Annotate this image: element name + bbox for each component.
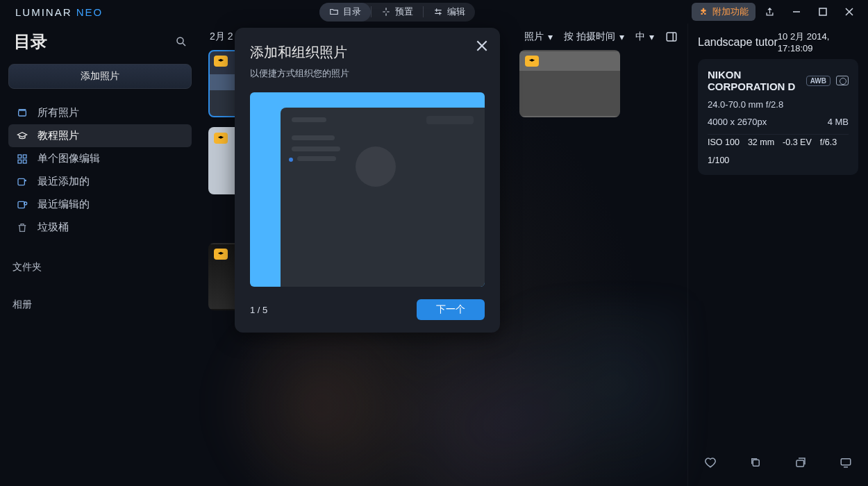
- trash-icon: [17, 222, 29, 233]
- svg-rect-0: [819, 8, 826, 15]
- stack-icon: [794, 456, 807, 469]
- add-photo-button[interactable]: 添加照片: [8, 64, 192, 89]
- recent-add-icon: [17, 176, 29, 187]
- search-button[interactable]: [175, 35, 187, 48]
- titlebar: LUMINAR NEO 目录 预置 编辑 附加功能: [0, 0, 868, 24]
- file-name: Landscape tutoria: [698, 36, 778, 49]
- sliders-icon: [433, 7, 443, 17]
- brand-text: LUMINAR: [15, 6, 76, 18]
- share-icon: [765, 7, 775, 17]
- tab-edit-label: 编辑: [447, 6, 465, 18]
- close-icon: [476, 40, 487, 51]
- tutorial-badge-icon: [214, 56, 228, 67]
- minimize-button[interactable]: [785, 2, 808, 22]
- svg-rect-7: [18, 178, 24, 185]
- exif-shutter: 1/100: [708, 156, 729, 165]
- image-dimensions: 4000 x 2670px: [708, 117, 767, 127]
- sort-label: 按 拍摄时间: [564, 31, 615, 43]
- onboarding-close-button[interactable]: [474, 37, 490, 54]
- svg-rect-6: [23, 160, 26, 163]
- thumbnail[interactable]: [519, 50, 620, 117]
- sidebar-item-label: 垃圾桶: [37, 221, 69, 234]
- onboarding-modal: 添加和组织照片 以便捷方式组织您的照片 1 / 5 下一个: [235, 28, 500, 333]
- copy-icon: [749, 456, 762, 469]
- photos-dropdown-label: 照片: [522, 31, 544, 43]
- svg-rect-3: [18, 155, 22, 158]
- addons-button[interactable]: 附加功能: [692, 3, 756, 21]
- stack-button[interactable]: [792, 454, 809, 471]
- exif-aperture: f/6.3: [820, 137, 837, 147]
- sidebar-item-label: 教程照片: [37, 129, 79, 142]
- camera-row: NIKON CORPORATION D AWB: [708, 69, 849, 92]
- close-button[interactable]: [837, 2, 861, 22]
- grad-cap-icon: [17, 131, 29, 142]
- maximize-button[interactable]: [811, 2, 835, 22]
- share-button[interactable]: [758, 2, 782, 22]
- camera-icon: [836, 76, 849, 85]
- svg-rect-2: [19, 110, 26, 116]
- metadata-box: NIKON CORPORATION D AWB 24.0-70.0 mm f/2…: [698, 59, 858, 175]
- info-footer: [698, 449, 858, 479]
- onboarding-next-button[interactable]: 下一个: [417, 299, 485, 320]
- screen-button[interactable]: [837, 454, 854, 471]
- sidebar-item-label: 最近添加的: [37, 175, 90, 188]
- sidebar-item-recently-edited[interactable]: 最近编辑的: [8, 193, 192, 216]
- section-folders[interactable]: 文件夹: [8, 246, 192, 276]
- addons-label: 附加功能: [712, 6, 749, 18]
- minimize-icon: [792, 8, 801, 16]
- svg-rect-13: [841, 459, 851, 465]
- tab-catalog[interactable]: 目录: [319, 3, 371, 22]
- copy-button[interactable]: [747, 454, 764, 471]
- onboarding-title: 添加和组织照片: [250, 43, 485, 62]
- recent-edit-icon: [17, 199, 29, 210]
- tab-presets[interactable]: 预置: [372, 3, 423, 22]
- view-toggle[interactable]: [665, 31, 678, 43]
- sidebar-item-trash[interactable]: 垃圾桶: [8, 216, 192, 239]
- sort-dropdown[interactable]: 按 拍摄时间 ▾: [564, 31, 624, 43]
- svg-rect-8: [18, 201, 24, 208]
- svg-point-9: [24, 202, 27, 205]
- search-icon: [175, 35, 187, 48]
- maximize-icon: [819, 8, 827, 16]
- svg-rect-5: [18, 160, 22, 163]
- sidebar-item-label: 最近编辑的: [37, 198, 90, 211]
- sidebar-item-all-photos[interactable]: 所有照片: [8, 101, 192, 124]
- brand-suffix: NEO: [76, 6, 103, 18]
- tutorial-badge-icon: [214, 249, 228, 260]
- section-albums[interactable]: 相册: [8, 283, 192, 314]
- puzzle-icon: [699, 7, 708, 17]
- grid-icon: [17, 153, 29, 165]
- onboarding-subtitle: 以便捷方式组织您的照片: [250, 67, 485, 80]
- onboarding-step: 1 / 5: [250, 305, 267, 315]
- lens-info: 24.0-70.0 mm f/2.8: [708, 99, 849, 110]
- sparkle-icon: [381, 7, 391, 17]
- tab-catalog-label: 目录: [343, 6, 361, 18]
- photos-dropdown[interactable]: 照片 ▾: [522, 31, 553, 43]
- svg-point-1: [177, 37, 183, 44]
- chevron-down-icon: ▾: [548, 31, 553, 42]
- mode-switcher: 目录 预置 编辑: [319, 3, 475, 22]
- info-header: Landscape tutoria 10 2月 2014, 17:18:09: [698, 31, 858, 53]
- app-brand: LUMINAR NEO: [7, 6, 103, 18]
- screen-icon: [840, 456, 852, 469]
- tab-edit[interactable]: 编辑: [424, 3, 475, 22]
- onboarding-footer: 1 / 5 下一个: [250, 299, 485, 320]
- heart-icon: [704, 456, 717, 469]
- exif-row: ISO 100 32 mm -0.3 EV f/6.3 1/100: [708, 134, 849, 165]
- awb-badge: AWB: [806, 76, 831, 86]
- file-size: 4 MB: [828, 117, 849, 127]
- chevron-down-icon: ▾: [619, 31, 624, 42]
- sidebar-item-tutorial-photos[interactable]: 教程照片: [8, 124, 192, 147]
- favorite-button[interactable]: [702, 454, 719, 471]
- tab-presets-label: 预置: [395, 6, 413, 18]
- nav-list: 所有照片 教程照片 单个图像编辑 最近添加的: [8, 101, 192, 239]
- folder-icon: [329, 7, 339, 17]
- svg-rect-11: [753, 460, 759, 466]
- sidebar-item-label: 所有照片: [37, 106, 79, 119]
- sidebar-item-single-edit[interactable]: 单个图像编辑: [8, 147, 192, 170]
- size-label: 中: [635, 31, 645, 43]
- size-dropdown[interactable]: 中 ▾: [635, 31, 654, 43]
- sidebar-item-recently-added[interactable]: 最近添加的: [8, 170, 192, 193]
- tutorial-badge-icon: [525, 56, 539, 67]
- sidebar-header: 目录: [8, 31, 192, 57]
